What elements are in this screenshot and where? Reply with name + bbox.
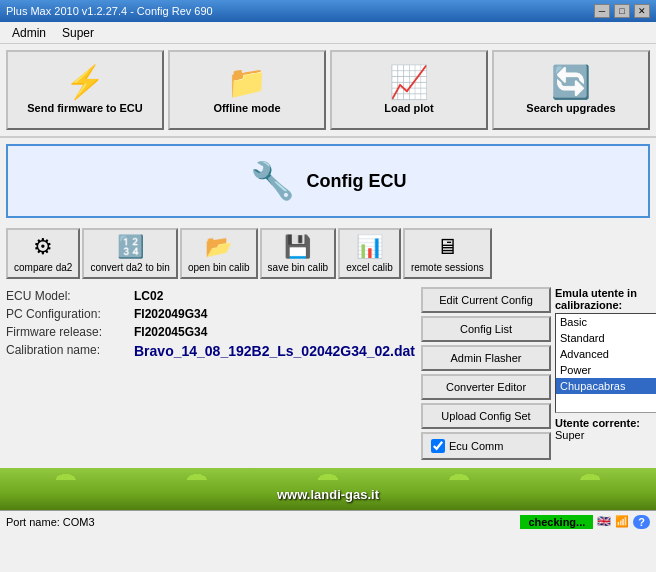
checking-status: checking... [520,515,593,529]
open-bin-calib-button[interactable]: 📂 open bin calib [180,228,258,279]
search-upgrades-label: Search upgrades [526,102,615,114]
config-ecu-label: Config ECU [307,171,407,192]
open-bin-label: open bin calib [188,262,250,273]
secondary-toolbar: ⚙ compare da2 🔢 convert da2 to bin 📂 ope… [0,224,656,283]
load-plot-label: Load plot [384,102,434,114]
convert-icon: 🔢 [117,234,144,260]
compare-icon: ⚙ [33,234,53,260]
offline-label: Offline mode [213,102,280,114]
calib-name-value: Bravo_14_08_192B2_Ls_02042G34_02.dat [134,343,415,359]
calib-item-power[interactable]: Power [556,362,656,378]
calib-item-chupacabras[interactable]: Chupacabras [556,378,656,394]
config-buttons-panel: Edit Current Config Config List Admin Fl… [421,287,551,460]
firmware-value: FI202045G34 [134,325,207,339]
compare-da2-button[interactable]: ⚙ compare da2 [6,228,80,279]
remote-label: remote sessions [411,262,484,273]
save-bin-label: save bin calib [268,262,329,273]
user-corrente-value: Super [555,429,584,441]
grass-area: www.landi-gas.it [0,468,656,510]
firmware-label: Firmware release: [6,325,126,339]
status-bar: Port name: COM3 checking... 🇬🇧 📶 ? [0,510,656,532]
open-bin-icon: 📂 [205,234,232,260]
calib-name-label: Calibration name: [6,343,126,359]
compare-label: compare da2 [14,262,72,273]
title-bar: Plus Max 2010 v1.2.27.4 - Config Rev 690… [0,0,656,22]
window-controls: ─ □ ✕ [594,4,650,18]
menu-bar: Admin Super [0,22,656,44]
upload-config-set-button[interactable]: Upload Config Set [421,403,551,429]
admin-flasher-button[interactable]: Admin Flasher [421,345,551,371]
calib-title: Emula utente in calibrazione: [555,287,656,311]
remote-sessions-button[interactable]: 🖥 remote sessions [403,228,492,279]
menu-super[interactable]: Super [54,24,102,42]
excel-calib-button[interactable]: 📊 excel calib [338,228,401,279]
offline-mode-button[interactable]: 📁 Offline mode [168,50,326,130]
firmware-icon: ⚡ [65,66,105,98]
firmware-row: Firmware release: FI202045G34 [6,323,415,341]
excel-label: excel calib [346,262,393,273]
load-plot-icon: 📈 [389,66,429,98]
calib-item-standard[interactable]: Standard [556,330,656,346]
calib-list: Basic Standard Advanced Power Chupacabra… [555,313,656,413]
website-text: www.landi-gas.it [277,487,379,502]
convert-label: convert da2 to bin [90,262,170,273]
pc-config-label: PC Configuration: [6,307,126,321]
offline-icon: 📁 [227,66,267,98]
edit-current-config-button[interactable]: Edit Current Config [421,287,551,313]
signal-icon: 📶 [615,515,629,528]
calib-item-basic[interactable]: Basic [556,314,656,330]
pc-config-row: PC Configuration: FI202049G34 [6,305,415,323]
ecu-comm-checkbox[interactable] [431,439,445,453]
user-corrente-label: Utente corrente: [555,417,640,429]
port-name: Port name: COM3 [6,516,512,528]
restore-button[interactable]: □ [614,4,630,18]
wrench-icon: 🔧 [250,160,295,202]
user-section: Utente corrente: Super [555,417,656,441]
help-icon[interactable]: ? [633,515,650,529]
send-firmware-label: Send firmware to ECU [27,102,143,114]
menu-admin[interactable]: Admin [4,24,54,42]
minimize-button[interactable]: ─ [594,4,610,18]
search-upgrades-button[interactable]: 🔄 Search upgrades [492,50,650,130]
ecu-model-label: ECU Model: [6,289,126,303]
ecu-comm-label: Ecu Comm [449,440,503,452]
close-button[interactable]: ✕ [634,4,650,18]
ecu-model-value: LC02 [134,289,163,303]
ecu-comm-button[interactable]: Ecu Comm [421,432,551,460]
send-firmware-button[interactable]: ⚡ Send firmware to ECU [6,50,164,130]
remote-icon: 🖥 [436,234,458,260]
excel-icon: 📊 [356,234,383,260]
ecu-model-row: ECU Model: LC02 [6,287,415,305]
search-upgrades-icon: 🔄 [551,66,591,98]
right-panel: Edit Current Config Config List Admin Fl… [421,287,656,460]
main-content: ECU Model: LC02 PC Configuration: FI2020… [0,283,656,464]
main-toolbar: ⚡ Send firmware to ECU 📁 Offline mode 📈 … [0,44,656,138]
config-list-button[interactable]: Config List [421,316,551,342]
save-bin-icon: 💾 [284,234,311,260]
info-panel: ECU Model: LC02 PC Configuration: FI2020… [6,287,415,460]
calib-item-advanced[interactable]: Advanced [556,346,656,362]
calib-name-row: Calibration name: Bravo_14_08_192B2_Ls_0… [6,341,415,361]
converter-editor-button[interactable]: Converter Editor [421,374,551,400]
convert-da2-bin-button[interactable]: 🔢 convert da2 to bin [82,228,178,279]
pc-config-value: FI202049G34 [134,307,207,321]
status-right: checking... 🇬🇧 📶 ? [520,515,650,529]
config-ecu-button[interactable]: 🔧 Config ECU [6,144,650,218]
calibration-panel: Emula utente in calibrazione: Basic Stan… [555,287,656,460]
load-plot-button[interactable]: 📈 Load plot [330,50,488,130]
save-bin-calib-button[interactable]: 💾 save bin calib [260,228,337,279]
window-title: Plus Max 2010 v1.2.27.4 - Config Rev 690 [6,5,213,17]
flag-icon: 🇬🇧 [597,515,611,528]
